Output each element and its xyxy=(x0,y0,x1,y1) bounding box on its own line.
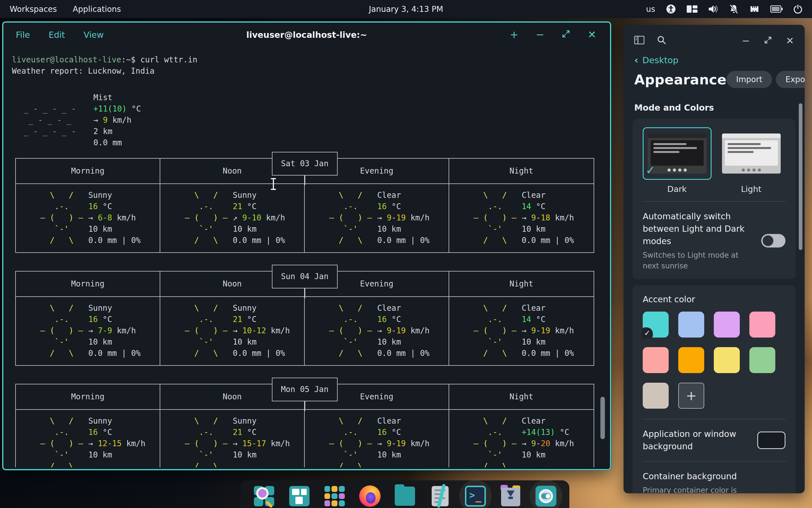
forecast-cell: \ / .-. ― ( ) ― `-' / \ Sunny21 °C↗ 9-10… xyxy=(160,184,305,252)
clock[interactable]: January 3, 4:13 PM xyxy=(369,4,443,14)
maximize-button[interactable] xyxy=(560,29,572,40)
dock-item-workspaces[interactable] xyxy=(287,484,311,508)
network-icon[interactable] xyxy=(749,4,760,13)
accent-swatch-pink[interactable] xyxy=(749,311,775,338)
weather-ascii-art: \ / .-. ― ( ) ― `-' / \ xyxy=(175,415,232,467)
terminal-content[interactable]: liveuser@localhost-live:~$ curl wttr.in … xyxy=(3,47,610,467)
accessibility-icon[interactable] xyxy=(666,4,676,14)
page-title: Appearance xyxy=(634,72,726,87)
battery-icon[interactable] xyxy=(770,5,783,13)
dock-item-firefox[interactable] xyxy=(358,484,382,508)
power-icon[interactable] xyxy=(794,4,802,13)
column-header: Morning xyxy=(16,159,160,184)
forecast-cell: \ / .-. ― ( ) ― `-' / \ Clear+14(13) °C→… xyxy=(449,410,594,467)
section-mode-and-colors: Mode and Colors xyxy=(634,103,794,113)
day-header: Sun 04 Jan xyxy=(272,265,338,288)
prompt-line: liveuser@localhost-live:~$ curl wttr.in xyxy=(12,54,610,66)
accent-swatch-teal[interactable]: ✓ xyxy=(643,311,669,338)
accent-swatch-green[interactable] xyxy=(749,347,775,373)
close-icon[interactable]: ✕ xyxy=(786,35,794,46)
weather-values: Sunny21 °C→ 10-12 km/h10 km0.0 mm | 0% xyxy=(233,302,290,365)
keyboard-layout-indicator[interactable]: us xyxy=(646,4,655,14)
colors-card: Accent color ✓+ Application or window ba… xyxy=(633,285,796,493)
container-background-row: Container background Primary container c… xyxy=(640,469,788,493)
dock-item-files[interactable] xyxy=(393,484,417,508)
sidebar-toggle-icon[interactable] xyxy=(634,36,644,45)
weather-values: Clear16 °C→ 9-19 km/h10 km0.0 mm | 0% xyxy=(377,189,430,252)
accent-swatch-orange[interactable] xyxy=(678,347,704,373)
terminal-titlebar[interactable]: File Edit View liveuser@localhost-live:~… xyxy=(3,23,610,47)
dark-mode-thumbnail xyxy=(648,133,707,174)
new-tab-button[interactable]: + xyxy=(508,29,520,40)
weather-values: Clear16 °C→ 9-19 km/h10 km xyxy=(377,415,430,467)
workspaces-menu[interactable]: Workspaces xyxy=(10,4,57,14)
column-header: Night xyxy=(449,271,594,297)
settings-scrollbar[interactable] xyxy=(799,103,802,250)
maximize-button[interactable] xyxy=(764,35,772,46)
accent-swatch-salmon[interactable] xyxy=(643,347,669,373)
mode-option-light[interactable]: Light xyxy=(717,127,786,194)
weather-ascii-art: \ / .-. ― ( ) ― `-' / \ xyxy=(464,302,521,365)
dock-item-text-editor[interactable] xyxy=(428,484,452,508)
accent-swatch-yellow[interactable] xyxy=(714,347,740,373)
forecast-cell: \ / .-. ― ( ) ― `-' / \ Sunny16 °C→ 6-8 … xyxy=(16,184,160,252)
import-button[interactable]: Import xyxy=(726,71,772,88)
minimize-button[interactable]: − xyxy=(534,29,546,40)
volume-icon[interactable] xyxy=(708,4,718,13)
terminal-scrollbar[interactable] xyxy=(600,397,605,439)
applications-menu[interactable]: Applications xyxy=(73,4,121,14)
dock-item-settings[interactable] xyxy=(534,484,558,508)
search-icon[interactable] xyxy=(657,35,666,46)
weather-ascii-art: \ / .-. ― ( ) ― `-' / \ xyxy=(320,302,376,365)
forecast-day-mon: Mon 05 JanMorningNoonEveningNight \ / .-… xyxy=(15,384,594,467)
light-mode-thumbnail xyxy=(722,133,781,174)
day-header: Sat 03 Jan xyxy=(272,152,338,175)
notifications-off-icon[interactable] xyxy=(729,4,739,14)
forecast-cell: \ / .-. ― ( ) ― `-' / \ Clear16 °C→ 9-19… xyxy=(305,184,449,252)
terminal-menu-file[interactable]: File xyxy=(16,30,30,40)
mode-option-dark[interactable]: ✓ Dark xyxy=(643,127,712,194)
text-cursor xyxy=(273,179,274,189)
weather-ascii-art: \ / .-. ― ( ) ― `-' / \ xyxy=(31,189,87,252)
forecast-cell: \ / .-. ― ( ) ― `-' / \ Clear16 °C→ 9-19… xyxy=(305,297,449,365)
forecast-day-sat: Sat 03 JanMorningNoonEveningNight \ / .-… xyxy=(15,158,594,253)
forecast-cell: \ / .-. ― ( ) ― `-' / \ Sunny16 °C→ 7-9 … xyxy=(16,297,160,365)
weather-ascii-art: \ / .-. ― ( ) ― `-' / \ xyxy=(175,189,232,252)
accent-swatch-purple[interactable] xyxy=(714,311,740,338)
weather-values: Mist+11(10) °C→ 9 km/h2 km0.0 mm xyxy=(93,92,141,149)
forecast-cell: \ / .-. ― ( ) ― `-' / \ Clear14 °C→ 9-18… xyxy=(449,184,594,252)
back-to-desktop-link[interactable]: ‹ Desktop xyxy=(634,54,805,66)
dock-item-terminal[interactable]: >_ xyxy=(463,484,487,508)
dock-item-app-grid[interactable] xyxy=(323,484,347,508)
weather-values: Clear14 °C→ 9-18 km/h10 km0.0 mm | 0% xyxy=(522,189,574,252)
auto-switch-row: Automatically switch between Light and D… xyxy=(640,209,788,272)
forecast-days: Sat 03 JanMorningNoonEveningNight \ / .-… xyxy=(12,158,610,467)
column-header: Morning xyxy=(16,271,160,297)
weather-ascii-art: \ / .-. ― ( ) ― `-' / \ xyxy=(464,189,521,252)
weather-values: Sunny16 °C→ 7-9 km/h10 km0.0 mm | 0% xyxy=(88,302,140,365)
forecast-day-sun: Sun 04 JanMorningNoonEveningNight \ / .-… xyxy=(15,271,594,366)
settings-titlebar[interactable]: − ✕ xyxy=(624,25,805,46)
forecast-cell: \ / .-. ― ( ) ― `-' / \ Sunny16 °C→ 12-1… xyxy=(16,410,160,467)
add-accent-color-button[interactable]: + xyxy=(678,383,704,409)
export-button[interactable]: Export xyxy=(776,71,805,88)
terminal-menu-edit[interactable]: Edit xyxy=(49,30,65,40)
accent-swatch-blue[interactable] xyxy=(678,311,704,338)
dock-item-search[interactable] xyxy=(252,484,276,508)
minimize-button[interactable]: − xyxy=(742,35,750,46)
auto-switch-toggle[interactable] xyxy=(761,234,785,248)
weather-report-line: Weather report: Lucknow, India xyxy=(12,66,610,77)
check-icon: ✓ xyxy=(646,164,656,177)
settings-window: − ✕ ‹ Desktop Appearance Import Export M… xyxy=(624,25,805,493)
close-icon[interactable]: ✕ xyxy=(586,29,597,40)
column-header: Morning xyxy=(16,384,160,410)
terminal-menu-view[interactable]: View xyxy=(84,30,103,40)
accent-color-grid: ✓+ xyxy=(640,305,788,412)
accent-swatch-tan[interactable] xyxy=(643,383,669,409)
weather-values: Sunny16 °C→ 12-15 km/h10 km xyxy=(88,415,145,467)
dock-item-software-installer[interactable] xyxy=(499,484,523,508)
tiling-layout-icon[interactable] xyxy=(687,5,697,13)
forecast-cell: \ / .-. ― ( ) ― `-' / \ Sunny21 °C→ 15-1… xyxy=(160,410,305,467)
app-background-swatch[interactable] xyxy=(757,431,785,449)
weather-values: Sunny21 °C→ 15-17 km/h10 km xyxy=(233,415,290,467)
